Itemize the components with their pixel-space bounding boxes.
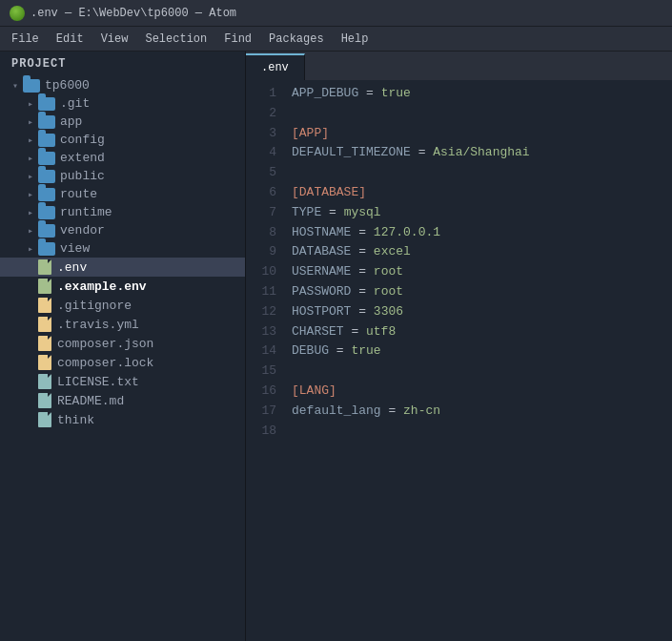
sidebar-item-git[interactable]: ▸.git (0, 94, 245, 113)
line-number: 12 (246, 302, 276, 322)
tree-item-label: .travis.yml (57, 318, 139, 332)
tree-item-label: app (60, 114, 82, 129)
chevron-right-icon: ▸ (23, 207, 38, 218)
code-line (292, 163, 664, 183)
editor-tab[interactable]: .env (246, 53, 305, 80)
sidebar-item-readmemd[interactable]: README.md (0, 391, 245, 410)
chevron-right-icon: ▸ (23, 116, 38, 128)
code-line: HOSTPORT = 3306 (292, 302, 664, 322)
line-number: 6 (246, 183, 276, 203)
code-line: TYPE = mysql (292, 203, 664, 223)
line-number: 2 (246, 104, 276, 124)
sidebar-item-extend[interactable]: ▸extend (0, 149, 245, 167)
code-line: CHARSET = utf8 (292, 322, 664, 342)
chevron-right-icon: ▸ (23, 225, 38, 237)
file-icon (38, 298, 51, 313)
line-number: 9 (246, 242, 276, 262)
sidebar-item-gitignore[interactable]: .gitignore (0, 296, 245, 315)
folder-icon (38, 170, 55, 183)
line-number: 17 (246, 402, 276, 422)
menu-item-packages[interactable]: Packages (261, 31, 332, 48)
line-number: 8 (246, 223, 276, 243)
tab-label: .env (261, 61, 289, 74)
sidebar-header: Project (0, 52, 245, 76)
code-line: APP_DEBUG = true (292, 84, 664, 104)
sidebar-item-licensetxt[interactable]: LICENSE.txt (0, 372, 245, 391)
chevron-right-icon: ▸ (23, 189, 38, 200)
menu-item-find[interactable]: Find (216, 31, 259, 48)
sidebar-item-route[interactable]: ▸route (0, 185, 245, 203)
sidebar-item-vendor[interactable]: ▸vendor (0, 221, 245, 239)
sidebar-item-public[interactable]: ▸public (0, 167, 245, 185)
code-line: DEBUG = true (292, 341, 664, 362)
code-line: HOSTNAME = 127.0.0.1 (292, 223, 664, 243)
folder-icon (38, 115, 55, 129)
line-number: 10 (246, 262, 276, 282)
editor-content: 123456789101112131415161718 APP_DEBUG = … (246, 80, 672, 641)
sidebar-item-app[interactable]: ▸app (0, 113, 245, 131)
file-icon (38, 355, 51, 370)
file-icon (38, 259, 51, 275)
chevron-right-icon: ▸ (23, 171, 38, 182)
tree-item-label: LICENSE.txt (57, 375, 139, 389)
sidebar-item-config[interactable]: ▸config (0, 131, 245, 149)
file-icon (38, 336, 51, 351)
code-line: default_lang = zh-cn (292, 402, 664, 422)
code-line: [LANG] (292, 382, 664, 402)
code-area[interactable]: APP_DEBUG = true [APP]DEFAULT_TIMEZONE =… (284, 80, 672, 641)
tab-bar: .env (246, 52, 672, 80)
line-number: 18 (246, 422, 276, 442)
code-line: DEFAULT_TIMEZONE = Asia/Shanghai (292, 143, 664, 163)
sidebar-item-root[interactable]: ▾ tp6000 (0, 76, 245, 94)
file-icon (38, 412, 51, 427)
file-icon (38, 374, 51, 389)
sidebar-item-view[interactable]: ▸view (0, 239, 245, 258)
code-line (292, 422, 664, 442)
folder-icon (38, 152, 55, 165)
line-number: 16 (246, 382, 276, 402)
tree-item-label: extend (60, 151, 105, 165)
code-line: PASSWORD = root (292, 282, 664, 302)
menu-item-help[interactable]: Help (334, 31, 377, 48)
menu-item-edit[interactable]: Edit (49, 31, 92, 48)
code-line: USERNAME = root (292, 262, 664, 282)
tree-item-label: .gitignore (57, 299, 132, 313)
code-line: DATABASE = excel (292, 242, 664, 262)
sidebar-item-think[interactable]: think (0, 410, 245, 429)
app-icon (10, 6, 25, 21)
sidebar-item-travisyml[interactable]: .travis.yml (0, 315, 245, 334)
folder-icon (38, 134, 55, 147)
code-line: [DATABASE] (292, 183, 664, 203)
main-layout: Project ▾ tp6000 ▸.git▸app▸config▸extend… (0, 52, 672, 641)
tree-item-label: route (60, 187, 97, 201)
menu-item-selection[interactable]: Selection (137, 31, 214, 48)
tree-item-label: .env (57, 260, 87, 275)
sidebar-item-exampleenv[interactable]: .example.env (0, 277, 245, 296)
folder-icon (23, 79, 40, 93)
chevron-right-icon: ▸ (23, 243, 38, 255)
sidebar-item-runtime[interactable]: ▸runtime (0, 203, 245, 221)
tree-item-label: public (60, 169, 105, 183)
tree-item-label: config (60, 133, 105, 147)
line-number: 7 (246, 203, 276, 223)
line-number: 5 (246, 163, 276, 183)
line-numbers: 123456789101112131415161718 (246, 80, 284, 641)
line-number: 1 (246, 84, 276, 104)
tree-item-label: composer.lock (57, 356, 153, 370)
menu-bar: FileEditViewSelectionFindPackagesHelp (0, 27, 672, 52)
chevron-right-icon: ▸ (23, 153, 38, 164)
file-icon (38, 317, 51, 332)
chevron-down-icon: ▾ (8, 80, 23, 92)
file-icon (38, 393, 51, 408)
tree-item-label: README.md (57, 394, 124, 408)
chevron-right-icon: ▸ (23, 134, 38, 146)
folder-icon (38, 97, 55, 111)
sidebar-item-env[interactable]: .env (0, 258, 245, 277)
folder-icon (38, 242, 55, 256)
menu-item-file[interactable]: File (4, 31, 47, 48)
menu-item-view[interactable]: View (93, 31, 136, 48)
sidebar-item-composerlock[interactable]: composer.lock (0, 353, 245, 372)
code-line (292, 362, 664, 382)
line-number: 4 (246, 143, 276, 163)
sidebar-item-composerjson[interactable]: composer.json (0, 334, 245, 353)
